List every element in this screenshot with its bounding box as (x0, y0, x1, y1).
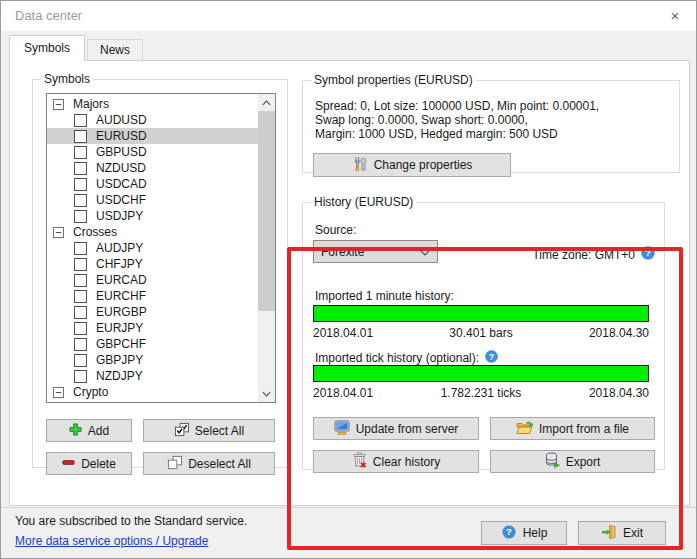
chevron-down-icon (420, 245, 430, 259)
tree-item-nzdjpy[interactable]: NZDJPY (47, 368, 258, 384)
change-properties-button[interactable]: Change properties (313, 153, 511, 177)
delete-button[interactable]: Delete (46, 452, 132, 475)
tree-item-eurgbp[interactable]: EURGBP (47, 304, 258, 320)
tree-group-crosses[interactable]: −Crosses (47, 224, 258, 240)
clear-history-button[interactable]: Clear history (313, 450, 479, 473)
add-button[interactable]: Add (46, 419, 132, 442)
exit-button[interactable]: Exit (578, 521, 666, 545)
scroll-up-icon[interactable] (258, 94, 275, 111)
upgrade-link[interactable]: More data service options / Upgrade (15, 534, 208, 548)
tab-symbols[interactable]: Symbols (9, 35, 85, 61)
symbol-checkbox[interactable] (74, 290, 87, 303)
delete-button-label: Delete (81, 457, 116, 471)
tree-item-usdjpy[interactable]: USDJPY (47, 208, 258, 224)
symbol-checkbox[interactable] (74, 322, 87, 335)
symbol-checkbox[interactable] (74, 114, 87, 127)
symbol-checkbox[interactable] (74, 274, 87, 287)
source-dropdown[interactable]: Forexite (313, 240, 438, 263)
svg-text:?: ? (645, 247, 651, 258)
minute-history-info: 2018.04.01 30.401 bars 2018.04.30 (313, 326, 649, 340)
minute-start-date: 2018.04.01 (313, 326, 373, 340)
minute-history-label: Imported 1 minute history: (315, 289, 454, 303)
tree-item-eurchf[interactable]: EURCHF (47, 288, 258, 304)
select-all-button[interactable]: Select All (143, 419, 275, 442)
close-icon[interactable]: × (664, 5, 686, 27)
properties-line-1: Spread: 0, Lot size: 100000 USD, Min poi… (315, 99, 599, 113)
tick-count: 1.782.231 ticks (441, 386, 522, 400)
symbol-checkbox[interactable] (74, 370, 87, 383)
plus-icon (69, 423, 82, 439)
update-from-server-button[interactable]: Update from server (313, 417, 479, 440)
tree-item-nzdusd[interactable]: NZDUSD (47, 160, 258, 176)
data-center-dialog: Data center × Symbols News Symbols −Majo… (0, 0, 697, 559)
help-icon: ? (501, 524, 517, 543)
tree-label: USDJPY (96, 209, 143, 223)
tree-item-audusd[interactable]: AUDUSD (47, 112, 258, 128)
tree-label: AUDUSD (96, 113, 147, 127)
collapse-icon[interactable]: − (53, 387, 64, 398)
deselect-all-button[interactable]: Deselect All (143, 452, 275, 475)
symbols-tree-rows: −MajorsAUDUSDEURUSDGBPUSDNZDUSDUSDCADUSD… (47, 96, 258, 402)
minus-icon (62, 456, 75, 472)
symbol-checkbox[interactable] (74, 338, 87, 351)
trash-icon (352, 452, 367, 471)
tree-item-chfjpy[interactable]: CHFJPY (47, 256, 258, 272)
scrollbar-thumb[interactable] (258, 111, 275, 311)
symbol-properties-text: Spread: 0, Lot size: 100000 USD, Min poi… (315, 99, 599, 141)
svg-text:?: ? (506, 526, 512, 537)
tree-item-gbpchf[interactable]: GBPCHF (47, 336, 258, 352)
collapse-icon[interactable]: − (53, 227, 64, 238)
tree-item-audjpy[interactable]: AUDJPY (47, 240, 258, 256)
history-group-title: History (EURUSD) (311, 195, 416, 209)
tree-label: EURCAD (96, 273, 147, 287)
minute-bar-count: 30.401 bars (449, 326, 512, 340)
tools-icon (352, 156, 368, 175)
tree-item-eurcad[interactable]: EURCAD (47, 272, 258, 288)
source-label: Source: (315, 223, 356, 237)
symbol-properties-group: Symbol properties (EURUSD) Spread: 0, Lo… (302, 73, 680, 173)
symbol-checkbox[interactable] (74, 194, 87, 207)
symbols-tree[interactable]: −MajorsAUDUSDEURUSDGBPUSDNZDUSDUSDCADUSD… (46, 93, 276, 403)
tree-label: Crosses (73, 225, 117, 239)
tree-item-gbpusd[interactable]: GBPUSD (47, 144, 258, 160)
minute-progress-fill (314, 306, 648, 321)
change-properties-button-label: Change properties (374, 158, 473, 172)
collapse-icon[interactable]: − (53, 99, 64, 110)
symbol-checkbox[interactable] (74, 258, 87, 271)
tab-news[interactable]: News (87, 39, 143, 61)
titlebar[interactable]: Data center × (1, 1, 696, 31)
symbols-group-title: Symbols (41, 72, 93, 86)
import-from-file-button[interactable]: Import from a file (490, 417, 655, 440)
tree-label: Crypto (73, 385, 108, 399)
tree-group-crypto[interactable]: −Crypto (47, 384, 258, 400)
tree-item-eurjpy[interactable]: EURJPY (47, 320, 258, 336)
symbol-checkbox[interactable] (74, 306, 87, 319)
symbol-checkbox[interactable] (74, 242, 87, 255)
tree-label: USDCHF (96, 193, 146, 207)
minute-history-progressbar (313, 305, 649, 322)
scroll-down-icon[interactable] (258, 385, 275, 402)
symbol-checkbox[interactable] (74, 162, 87, 175)
tree-scrollbar[interactable] (258, 94, 275, 402)
tree-item-usdcad[interactable]: USDCAD (47, 176, 258, 192)
tree-label: GBPJPY (96, 353, 143, 367)
symbol-checkbox[interactable] (74, 210, 87, 223)
tree-label: CHFJPY (96, 257, 143, 271)
database-export-icon (545, 452, 560, 471)
timezone-help-icon[interactable]: ? (640, 245, 656, 264)
tree-label: NZDUSD (96, 161, 146, 175)
symbol-checkbox[interactable] (74, 146, 87, 159)
tree-group-majors[interactable]: −Majors (47, 96, 258, 112)
export-label: Export (566, 455, 601, 469)
tree-item-usdchf[interactable]: USDCHF (47, 192, 258, 208)
tree-label: USDCAD (96, 177, 147, 191)
help-button[interactable]: ? Help (481, 521, 567, 545)
tree-item-gbpjpy[interactable]: GBPJPY (47, 352, 258, 368)
symbol-checkbox[interactable] (74, 130, 87, 143)
symbol-checkbox[interactable] (74, 178, 87, 191)
tree-item-eurusd[interactable]: EURUSD (47, 128, 258, 144)
export-button[interactable]: Export (490, 450, 655, 473)
update-from-server-label: Update from server (356, 422, 459, 436)
symbol-checkbox[interactable] (74, 354, 87, 367)
help-button-label: Help (523, 526, 548, 540)
